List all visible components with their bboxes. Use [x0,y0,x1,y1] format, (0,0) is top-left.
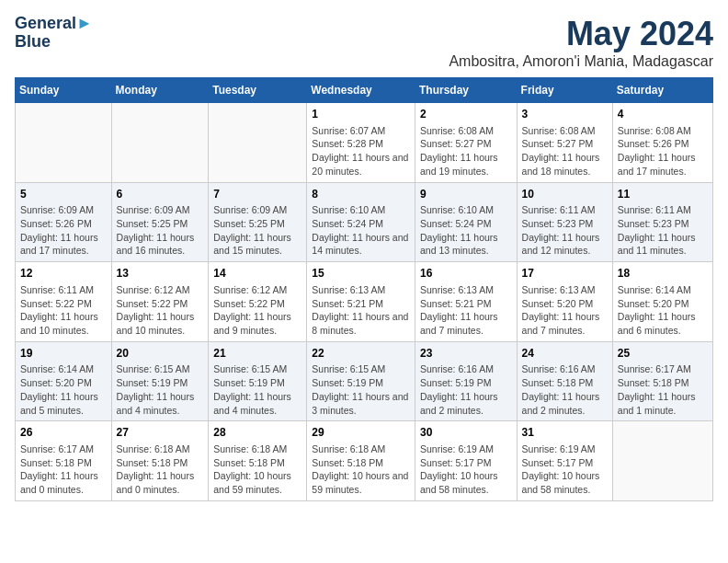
cell-text: Sunrise: 6:17 AM [20,442,107,456]
calendar-cell: 12Sunrise: 6:11 AMSunset: 5:22 PMDayligh… [16,262,112,342]
cell-text: Daylight: 11 hours and 5 minutes. [20,390,107,417]
calendar-cell: 10Sunrise: 6:11 AMSunset: 5:23 PMDayligh… [517,182,612,262]
cell-text: Daylight: 11 hours and 1 minute. [618,390,708,417]
cell-text: Sunrise: 6:18 AM [312,442,410,456]
day-number: 15 [312,266,410,282]
cell-text: Sunset: 5:24 PM [312,217,410,231]
cell-text: Sunrise: 6:16 AM [420,362,512,376]
day-number: 25 [618,346,708,362]
day-number: 24 [522,346,608,362]
cell-text: Sunset: 5:19 PM [420,376,512,390]
cell-text: Sunset: 5:22 PM [213,297,301,311]
cell-text: Sunset: 5:17 PM [420,456,512,470]
calendar-cell: 15Sunrise: 6:13 AMSunset: 5:21 PMDayligh… [307,262,415,342]
cell-text: Sunset: 5:21 PM [420,297,512,311]
cell-text: Daylight: 11 hours and 19 minutes. [420,151,512,178]
cell-text: Sunrise: 6:07 AM [312,124,410,138]
cell-text: Sunset: 5:25 PM [213,217,301,231]
calendar-cell: 28Sunrise: 6:18 AMSunset: 5:18 PMDayligh… [209,421,307,501]
cell-text: Daylight: 11 hours and 10 minutes. [20,310,107,337]
calendar-cell: 4Sunrise: 6:08 AMSunset: 5:26 PMDaylight… [612,103,712,183]
cell-text: Daylight: 11 hours and 4 minutes. [213,390,301,417]
day-number: 7 [213,187,301,202]
day-number: 11 [618,187,708,202]
day-number: 22 [312,346,410,362]
cell-text: Sunset: 5:19 PM [312,376,410,390]
day-number: 4 [618,107,708,122]
cell-text: Sunset: 5:19 PM [213,376,301,390]
cell-text: Sunrise: 6:17 AM [618,362,708,376]
cell-text: Sunrise: 6:08 AM [522,124,608,138]
cell-text: Daylight: 11 hours and 16 minutes. [117,231,204,258]
day-number: 8 [312,187,410,202]
calendar-cell: 17Sunrise: 6:13 AMSunset: 5:20 PMDayligh… [517,262,612,342]
calendar-cell: 3Sunrise: 6:08 AMSunset: 5:27 PMDaylight… [517,103,612,183]
cell-text: Sunrise: 6:10 AM [312,203,410,217]
cell-text: Daylight: 10 hours and 59 minutes. [312,469,410,496]
cell-text: Sunrise: 6:09 AM [20,203,107,217]
calendar-cell: 2Sunrise: 6:08 AMSunset: 5:27 PMDaylight… [415,103,517,183]
cell-text: Daylight: 11 hours and 14 minutes. [312,231,410,258]
cell-text: Sunrise: 6:14 AM [20,362,107,376]
cell-text: Daylight: 11 hours and 3 minutes. [312,390,410,417]
calendar-cell [16,103,112,183]
cell-text: Sunrise: 6:11 AM [522,203,608,217]
page-header: General► Blue May 2024 Ambositra, Amoron… [15,15,713,70]
cell-text: Daylight: 11 hours and 9 minutes. [213,310,301,337]
title-block: May 2024 Ambositra, Amoron'i Mania, Mada… [449,15,713,70]
cell-text: Sunrise: 6:13 AM [420,283,512,297]
calendar-cell: 20Sunrise: 6:15 AMSunset: 5:19 PMDayligh… [111,341,209,421]
cell-text: Sunrise: 6:08 AM [618,124,708,138]
day-number: 29 [312,425,410,441]
day-number: 31 [522,425,608,441]
day-number: 12 [20,266,107,282]
week-row-5: 26Sunrise: 6:17 AMSunset: 5:18 PMDayligh… [16,421,713,501]
calendar-cell [612,421,712,501]
day-number: 9 [420,187,512,202]
day-number: 30 [420,425,512,441]
cell-text: Daylight: 11 hours and 4 minutes. [117,390,204,417]
day-number: 2 [420,107,512,122]
calendar-cell: 13Sunrise: 6:12 AMSunset: 5:22 PMDayligh… [111,262,209,342]
day-number: 27 [117,425,204,441]
cell-text: Sunrise: 6:09 AM [213,203,301,217]
day-number: 23 [420,346,512,362]
calendar-table: SundayMondayTuesdayWednesdayThursdayFrid… [15,77,713,501]
calendar-cell: 31Sunrise: 6:19 AMSunset: 5:17 PMDayligh… [517,421,612,501]
week-row-2: 5Sunrise: 6:09 AMSunset: 5:26 PMDaylight… [16,182,713,262]
cell-text: Sunset: 5:20 PM [20,376,107,390]
weekday-header-row: SundayMondayTuesdayWednesdayThursdayFrid… [16,78,713,103]
cell-text: Sunrise: 6:13 AM [522,283,608,297]
month-title: May 2024 [449,15,713,53]
calendar-cell: 25Sunrise: 6:17 AMSunset: 5:18 PMDayligh… [612,341,712,421]
cell-text: Daylight: 11 hours and 17 minutes. [618,151,708,178]
cell-text: Sunset: 5:23 PM [522,217,608,231]
cell-text: Sunset: 5:24 PM [420,217,512,231]
cell-text: Sunrise: 6:18 AM [117,442,204,456]
cell-text: Sunset: 5:22 PM [117,297,204,311]
calendar-cell: 27Sunrise: 6:18 AMSunset: 5:18 PMDayligh… [111,421,209,501]
cell-text: Daylight: 11 hours and 10 minutes. [117,310,204,337]
cell-text: Daylight: 11 hours and 15 minutes. [213,231,301,258]
cell-text: Sunset: 5:22 PM [20,297,107,311]
calendar-cell: 21Sunrise: 6:15 AMSunset: 5:19 PMDayligh… [209,341,307,421]
day-number: 6 [117,187,204,202]
week-row-3: 12Sunrise: 6:11 AMSunset: 5:22 PMDayligh… [16,262,713,342]
cell-text: Sunrise: 6:19 AM [420,442,512,456]
cell-text: Daylight: 10 hours and 59 minutes. [213,469,301,496]
cell-text: Sunset: 5:28 PM [312,137,410,151]
cell-text: Sunset: 5:18 PM [20,456,107,470]
cell-text: Sunrise: 6:15 AM [312,362,410,376]
cell-text: Daylight: 11 hours and 11 minutes. [618,231,708,258]
cell-text: Sunrise: 6:12 AM [117,283,204,297]
day-number: 5 [20,187,107,202]
cell-text: Daylight: 11 hours and 7 minutes. [420,310,512,337]
cell-text: Daylight: 11 hours and 18 minutes. [522,151,608,178]
calendar-cell: 9Sunrise: 6:10 AMSunset: 5:24 PMDaylight… [415,182,517,262]
cell-text: Daylight: 11 hours and 2 minutes. [420,390,512,417]
calendar-cell [111,103,209,183]
calendar-cell: 26Sunrise: 6:17 AMSunset: 5:18 PMDayligh… [16,421,112,501]
cell-text: Daylight: 11 hours and 0 minutes. [20,469,107,496]
cell-text: Daylight: 11 hours and 17 minutes. [20,231,107,258]
cell-text: Sunrise: 6:18 AM [213,442,301,456]
